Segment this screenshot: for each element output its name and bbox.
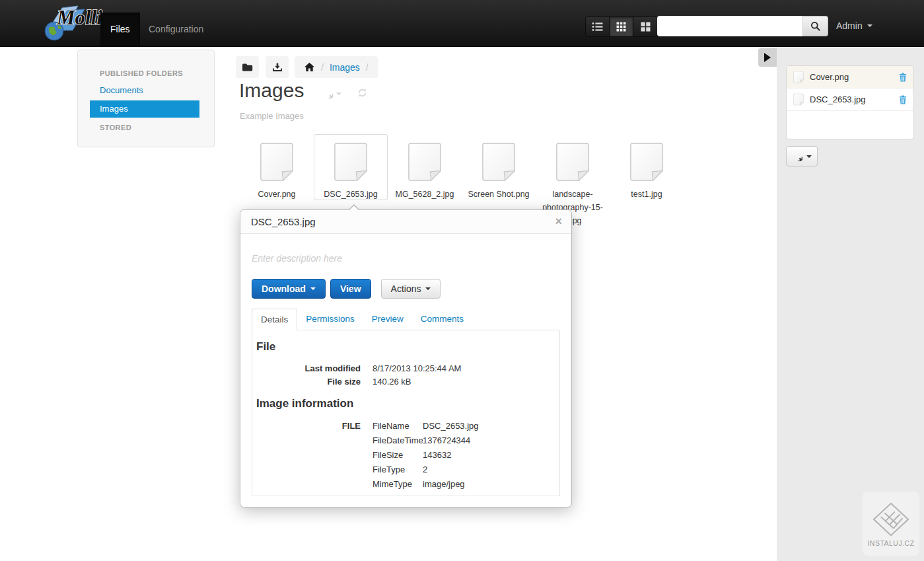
exif-row-filedatetime: FileDateTime 1376724344 [373,433,479,448]
file-icon [555,142,590,182]
selection-actions-dropdown[interactable] [786,146,818,167]
tab-preview[interactable]: Preview [363,309,412,330]
sidebar-item-documents-label: Documents [100,85,143,95]
exif-value: DSC_2653.jpg [423,419,479,433]
exif-block: FILE FileName DSC_2653.jpg FileDateTime … [256,419,551,492]
sidebar-item-images[interactable]: Images [90,100,199,118]
exif-key: MimeType [373,477,423,492]
user-menu-label: Admin [836,20,863,31]
refresh-button[interactable] [357,88,367,98]
close-icon[interactable]: × [555,215,562,229]
grid-view-button[interactable] [610,17,633,36]
chevron-down-icon [310,287,316,290]
file-size-value: 140.26 kB [373,375,411,389]
exif-key: FileName [373,419,423,433]
exif-value: 2 [423,463,427,477]
file-icon [481,142,516,182]
folder-options-dropdown[interactable] [323,89,341,98]
chevron-down-icon [806,155,812,158]
retrieve-url-button[interactable] [266,56,289,78]
download-button[interactable]: Download [252,279,326,299]
mollify-logo[interactable]: Mollify [40,3,103,44]
file-icon [334,142,368,182]
file-item-test1-jpg[interactable]: test1.jpg [610,134,684,227]
popup-title: DSC_2653.jpg [240,210,571,234]
trash-icon[interactable] [899,73,907,82]
file-size-row: File size 140.26 kB [256,375,551,389]
sidebar-section-published-folders: PUBLISHED FOLDERS [100,69,199,77]
file-icon [793,71,804,83]
user-menu[interactable]: Admin [836,20,872,31]
chevron-down-icon [336,93,341,95]
grid-view-icon [616,22,626,32]
breadcrumb: / Images / [295,56,378,78]
view-button[interactable]: View [330,279,371,299]
search-input[interactable] [657,16,802,36]
file-details-popup: DSC_2653.jpg × Enter description here Do… [240,209,572,507]
file-icon [260,142,294,182]
view-mode-toggle [585,17,658,37]
exif-row-filename: FileName DSC_2653.jpg [373,419,479,433]
download-button-label: Download [262,283,306,294]
download-tray-icon [272,62,283,73]
actions-button[interactable]: Actions [381,279,441,299]
sidebar-item-documents[interactable]: Documents [90,82,199,99]
file-item-label: test1.jpg [610,188,684,201]
selected-files-list: Cover.png DSC_2653.jpg [786,65,914,139]
tab-details-label: Details [261,315,288,324]
instaluj-watermark: INSTALUJ.CZ [863,492,919,556]
trash-icon[interactable] [899,95,907,104]
search-form [657,16,828,36]
instaluj-logo-icon [872,501,910,538]
tab-details[interactable]: Details [252,309,297,330]
chevron-down-icon [425,287,431,290]
folders-sidebar: PUBLISHED FOLDERS Documents Images STORE… [77,50,215,147]
selected-file-dsc-2653-jpg[interactable]: DSC_2653.jpg [787,89,913,111]
selected-file-cover-png[interactable]: Cover.png [787,66,913,89]
large-grid-view-button[interactable] [633,17,657,36]
tab-preview-label: Preview [372,314,404,324]
exif-row-mimetype: MimeType image/jpeg [373,477,479,492]
folder-icon [242,63,253,72]
collapse-panel-button[interactable] [758,48,777,67]
popup-caret [348,204,360,210]
svg-text:Mollify: Mollify [56,6,103,29]
selection-panel: Cover.png DSC_2653.jpg [777,47,924,561]
tab-comments[interactable]: Comments [412,309,472,330]
home-icon[interactable] [304,62,315,72]
sidebar-item-images-label: Images [100,104,128,114]
file-item-label: MG_5628_2.jpg [388,188,462,201]
folder-description: Example Images [240,111,304,121]
popup-actions-row: Download View Actions [252,279,560,299]
exif-value: 143632 [423,448,451,463]
selected-file-label: DSC_2653.jpg [810,94,893,104]
file-section-heading: File [256,340,551,354]
image-info-heading: Image information [256,397,551,410]
view-button-label: View [340,283,361,294]
last-modified-label: Last modified [256,362,361,375]
breadcrumb-separator: / [321,62,324,73]
search-button[interactable] [802,16,828,36]
nav-tab-configuration-label: Configuration [149,24,203,34]
file-item-dsc-2653-jpg[interactable]: DSC_2653.jpg [314,134,388,200]
file-icon [793,93,804,106]
list-view-button[interactable] [586,17,610,36]
nav-tab-configuration[interactable]: Configuration [139,13,213,47]
mollify-logo-icon: Mollify [40,3,103,44]
page-title: Images [239,79,304,102]
details-tab-content: File Last modified 8/17/2013 10:25:44 AM… [252,330,560,496]
exif-key: FileSize [373,448,423,463]
top-navbar: Mollify Files Configuration [0,0,924,47]
tab-permissions[interactable]: Permissions [297,309,363,330]
breadcrumb-link-images[interactable]: Images [330,62,360,73]
app-root: Mollify Files Configuration [0,0,924,561]
instaluj-label: INSTALUJ.CZ [867,539,914,547]
gear-icon [323,89,333,98]
exif-value: image/jpeg [423,477,465,492]
exif-group-label: FILE [256,419,361,492]
exif-table: FileName DSC_2653.jpg FileDateTime 13767… [373,419,479,492]
file-item-label: Cover.png [240,188,314,201]
nav-tab-files[interactable]: Files [100,13,140,47]
description-field[interactable]: Enter description here [252,253,560,264]
folder-tree-button[interactable] [236,56,259,78]
